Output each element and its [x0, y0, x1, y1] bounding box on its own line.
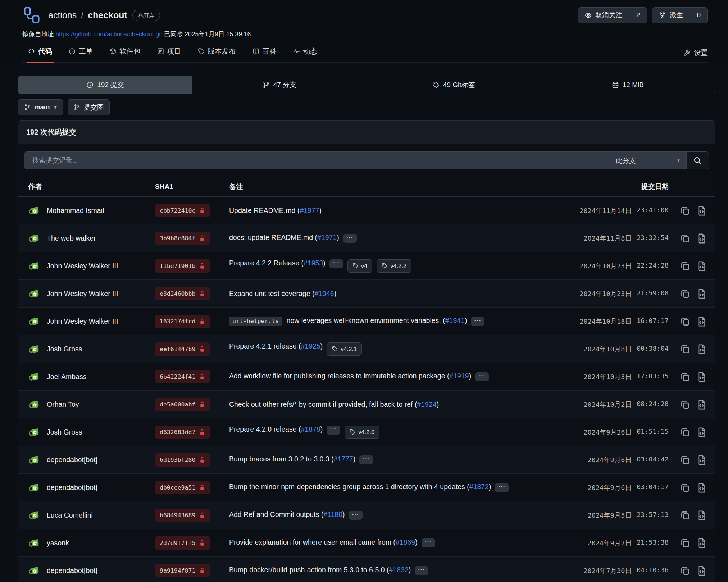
view-file-at-commit-icon[interactable] [696, 233, 707, 244]
expand-commit-message-button[interactable]: ··· [327, 426, 340, 435]
commit-author-name[interactable]: John Wesley Walker III [47, 317, 118, 326]
tab-issue[interactable]: 工单 [67, 44, 94, 63]
copy-sha-icon[interactable] [680, 261, 690, 271]
commit-sha-badge[interactable]: db0cee9a51 [155, 481, 210, 494]
forks-count[interactable]: 0 [690, 8, 707, 23]
avatar[interactable] [28, 509, 41, 522]
view-file-at-commit-icon[interactable] [696, 399, 707, 410]
commit-sha-badge[interactable]: de5a000abf [155, 398, 210, 411]
avatar[interactable] [28, 454, 41, 466]
avatar[interactable] [28, 204, 41, 217]
commit-author-name[interactable]: The web walker [47, 234, 96, 242]
expand-commit-message-button[interactable]: ··· [343, 234, 357, 243]
commit-author-name[interactable]: dependabot[bot] [47, 456, 97, 464]
pr-link[interactable]: #1777 [333, 455, 353, 463]
pr-link[interactable]: #1977 [300, 206, 319, 214]
avatar[interactable] [28, 315, 41, 328]
commit-sha-badge[interactable]: cbb722410c [155, 204, 210, 217]
expand-commit-message-button[interactable]: ··· [349, 511, 363, 520]
avatar[interactable] [28, 370, 41, 383]
commit-author-name[interactable]: dependabot[bot] [47, 567, 97, 575]
search-button[interactable] [686, 152, 709, 169]
repo-owner-link[interactable]: actions [48, 10, 77, 21]
pr-link[interactable]: #1924 [417, 400, 436, 408]
commit-author-name[interactable]: yasonk [47, 539, 69, 547]
view-file-at-commit-icon[interactable] [696, 205, 707, 216]
tab-activity[interactable]: 动态 [292, 44, 319, 63]
pr-link[interactable]: #1878 [301, 425, 320, 433]
commit-author-name[interactable]: Joel Ambass [47, 373, 87, 381]
pr-link[interactable]: #1946 [314, 290, 334, 297]
expand-commit-message-button[interactable]: ··· [415, 566, 428, 575]
fork-button[interactable]: 派生 [652, 8, 690, 23]
expand-commit-message-button[interactable]: ··· [475, 372, 489, 381]
commit-sha-badge[interactable]: 3b9b8c884f [155, 232, 210, 245]
commit-sha-badge[interactable]: d632683dd7 [155, 426, 210, 439]
commit-author-name[interactable]: John Wesley Walker III [47, 262, 118, 270]
pr-link[interactable]: #1971 [317, 233, 337, 241]
copy-sha-icon[interactable] [680, 565, 690, 576]
version-tag-chip[interactable]: v4.2.2 [377, 259, 411, 273]
stat-segment[interactable]: 47 分支 [192, 76, 366, 94]
commit-sha-badge[interactable]: eef61447b9 [155, 342, 210, 356]
pr-link[interactable]: #1180 [323, 510, 342, 518]
copy-sha-icon[interactable] [680, 455, 690, 465]
copy-sha-icon[interactable] [680, 372, 690, 382]
view-file-at-commit-icon[interactable] [696, 288, 707, 299]
tab-wiki[interactable]: 百科 [251, 44, 278, 63]
copy-sha-icon[interactable] [680, 538, 690, 548]
expand-commit-message-button[interactable]: ··· [329, 259, 343, 268]
pr-link[interactable]: #1941 [445, 317, 465, 324]
expand-commit-message-button[interactable]: ··· [471, 317, 484, 326]
commit-author-name[interactable]: dependabot[bot] [47, 483, 97, 492]
stat-segment[interactable]: 49 Git标签 [367, 76, 541, 94]
avatar[interactable] [28, 537, 41, 549]
copy-sha-icon[interactable] [680, 316, 690, 327]
view-file-at-commit-icon[interactable] [696, 316, 707, 327]
version-tag-chip[interactable]: v4.2.1 [327, 342, 362, 356]
copy-sha-icon[interactable] [680, 344, 690, 354]
commit-author-name[interactable]: Orhan Toy [47, 400, 79, 409]
expand-commit-message-button[interactable]: ··· [359, 455, 373, 464]
pr-link[interactable]: #1925 [301, 342, 320, 350]
view-file-at-commit-icon[interactable] [696, 482, 707, 493]
avatar[interactable] [28, 426, 41, 438]
version-tag-chip[interactable]: v4.2.0 [345, 426, 379, 439]
avatar[interactable] [28, 232, 41, 245]
commit-sha-badge[interactable]: 6b42224f41 [155, 370, 210, 383]
pr-link[interactable]: #1953 [304, 259, 323, 267]
avatar[interactable] [28, 343, 41, 355]
commit-author-name[interactable]: Josh Gross [47, 345, 82, 353]
expand-commit-message-button[interactable]: ··· [422, 538, 435, 547]
stat-segment[interactable]: 192 提交 [18, 76, 192, 94]
view-file-at-commit-icon[interactable] [696, 510, 707, 520]
commit-author-name[interactable]: John Wesley Walker III [47, 290, 118, 298]
copy-sha-icon[interactable] [680, 233, 690, 244]
tab-code[interactable]: 代码 [27, 44, 54, 63]
branch-selector[interactable]: main ▾ [18, 99, 63, 115]
commit-sha-badge[interactable]: 163217dfcd [155, 315, 210, 328]
copy-sha-icon[interactable] [680, 427, 690, 437]
watchers-count[interactable]: 2 [629, 8, 647, 23]
copy-sha-icon[interactable] [680, 205, 690, 216]
view-file-at-commit-icon[interactable] [696, 344, 707, 354]
view-file-at-commit-icon[interactable] [696, 455, 707, 465]
commit-search-input[interactable] [24, 152, 609, 169]
commit-sha-badge[interactable]: 2d7d9f7ff5 [155, 536, 210, 550]
expand-commit-message-button[interactable]: ··· [495, 483, 509, 492]
view-file-at-commit-icon[interactable] [696, 261, 707, 271]
tab-release[interactable]: 版本发布 [196, 44, 237, 63]
repo-name-link[interactable]: checkout [88, 10, 127, 21]
commit-graph-button[interactable]: 提交图 [68, 99, 110, 115]
copy-sha-icon[interactable] [680, 288, 690, 299]
search-scope-dropdown[interactable]: 此分支 ▾ [609, 152, 686, 169]
commit-sha-badge[interactable]: b684943689 [155, 509, 210, 522]
avatar[interactable] [28, 287, 41, 300]
view-file-at-commit-icon[interactable] [696, 427, 707, 437]
copy-sha-icon[interactable] [680, 482, 690, 493]
tab-package[interactable]: 软件包 [108, 44, 142, 63]
copy-sha-icon[interactable] [680, 510, 690, 520]
avatar[interactable] [28, 398, 41, 411]
mirror-url-link[interactable]: https://github.com/actions/checkout.git [55, 31, 162, 38]
tab-settings[interactable]: 设置 [684, 48, 708, 58]
